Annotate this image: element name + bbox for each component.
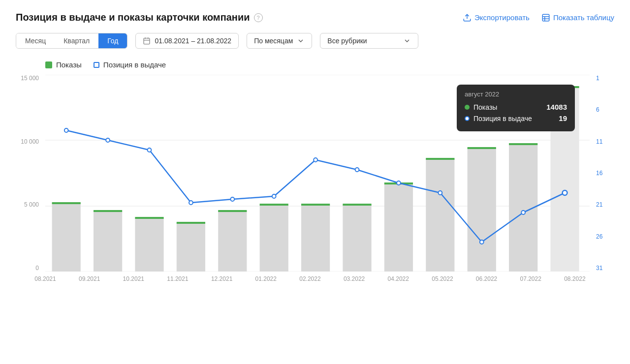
bar-1	[94, 211, 122, 272]
chart-legend: Показы Позиция в выдаче	[45, 61, 614, 69]
title-section: Позиция в выдаче и показы карточки компа…	[16, 12, 263, 23]
dot-1	[106, 138, 110, 142]
bar-green-5	[260, 204, 288, 206]
dot-12	[563, 190, 567, 195]
bar-green-0	[52, 202, 81, 204]
tab-quarter[interactable]: Квартал	[55, 33, 98, 48]
x-axis: 08.2021 09.2021 10.2021 11.2021 12.2021 …	[45, 272, 590, 296]
dot-0	[64, 128, 68, 132]
bar-green-7	[343, 204, 371, 206]
dot-2	[148, 148, 152, 152]
legend-position: Позиция в выдаче	[94, 61, 166, 69]
bar-green-6	[301, 204, 330, 206]
date-range-value: 01.08.2021 – 21.08.2022	[155, 37, 231, 45]
dot-9	[438, 191, 442, 195]
dot-6	[314, 158, 317, 162]
controls-bar: Месяц Квартал Год 01.08.2021 – 21.08.202…	[16, 33, 614, 49]
export-button[interactable]: Экспортировать	[463, 13, 530, 22]
dot-7	[355, 168, 359, 172]
bar-10	[468, 148, 496, 272]
dot-11	[521, 211, 525, 214]
bar-green-1	[94, 210, 122, 212]
bar-8	[384, 183, 413, 272]
bar-green-10	[468, 147, 496, 149]
bar-0	[52, 203, 81, 272]
legend-shows: Показы	[45, 61, 82, 69]
show-table-button[interactable]: Показать таблицу	[541, 13, 614, 22]
bar-12	[550, 87, 579, 272]
grouping-dropdown[interactable]: По месяцам	[247, 33, 312, 49]
y-axis-left: 0 5 000 10 000 15 000	[16, 75, 43, 272]
chart-svg	[45, 75, 590, 272]
info-icon[interactable]: ?	[254, 13, 263, 22]
tab-year[interactable]: Год	[98, 33, 127, 48]
dot-10	[480, 240, 484, 244]
chart-wrapper: 0 5 000 10 000 15 000	[16, 75, 614, 296]
page-title: Позиция в выдаче и показы карточки компа…	[16, 12, 250, 23]
dot-5	[272, 194, 276, 198]
chart-area	[45, 75, 590, 272]
bar-green-11	[509, 143, 537, 145]
bar-4	[218, 211, 247, 272]
bar-green-9	[426, 158, 454, 160]
rubric-dropdown[interactable]: Все рубрики	[320, 33, 418, 49]
tab-month[interactable]: Месяц	[16, 33, 55, 48]
bar-5	[260, 205, 288, 272]
header-actions: Экспортировать Показать таблицу	[463, 13, 614, 22]
bar-9	[426, 159, 454, 272]
y-axis-right: 1 6 11 16 21 26 31	[592, 75, 614, 272]
svg-rect-0	[542, 14, 549, 21]
dot-4	[230, 197, 234, 201]
bar-green-3	[177, 222, 205, 224]
svg-rect-4	[144, 38, 150, 44]
period-tabs: Месяц Квартал Год	[16, 33, 127, 49]
date-range-picker[interactable]: 01.08.2021 – 21.08.2022	[135, 33, 239, 49]
page-header: Позиция в выдаче и показы карточки компа…	[16, 12, 614, 23]
legend-position-icon	[94, 62, 99, 68]
dot-3	[189, 201, 193, 205]
legend-shows-icon	[45, 61, 52, 68]
legend-shows-label: Показы	[56, 61, 82, 69]
bar-green-4	[218, 210, 247, 212]
dot-8	[397, 181, 401, 185]
bar-green-2	[135, 217, 163, 219]
bar-green-12	[550, 86, 579, 88]
bar-6	[301, 205, 330, 272]
legend-position-label: Позиция в выдаче	[103, 61, 166, 69]
bar-7	[343, 205, 371, 272]
bar-3	[177, 223, 205, 272]
bar-2	[135, 218, 163, 272]
